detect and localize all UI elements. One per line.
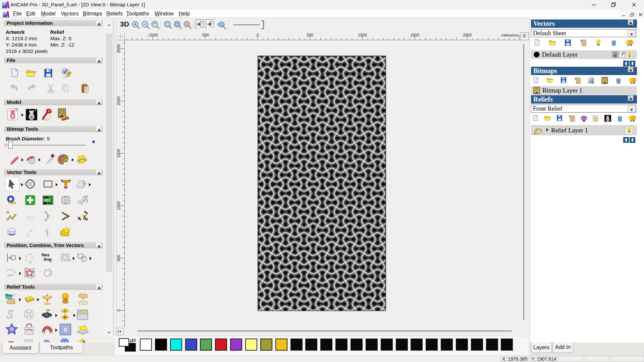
svg-text:n a: n a — [29, 261, 33, 264]
svg-text:+: + — [534, 132, 536, 136]
svg-text:S: S — [7, 308, 13, 321]
svg-text:t e x: t e x — [28, 253, 32, 255]
svg-text:r v: r v — [24, 255, 27, 258]
svg-text:b: b — [46, 313, 48, 317]
svg-text:ting: ting — [44, 257, 52, 262]
svg-text:c u: c u — [25, 259, 28, 262]
svg-text:ABC: ABC — [44, 198, 51, 202]
svg-text:t o: t o — [31, 256, 34, 259]
